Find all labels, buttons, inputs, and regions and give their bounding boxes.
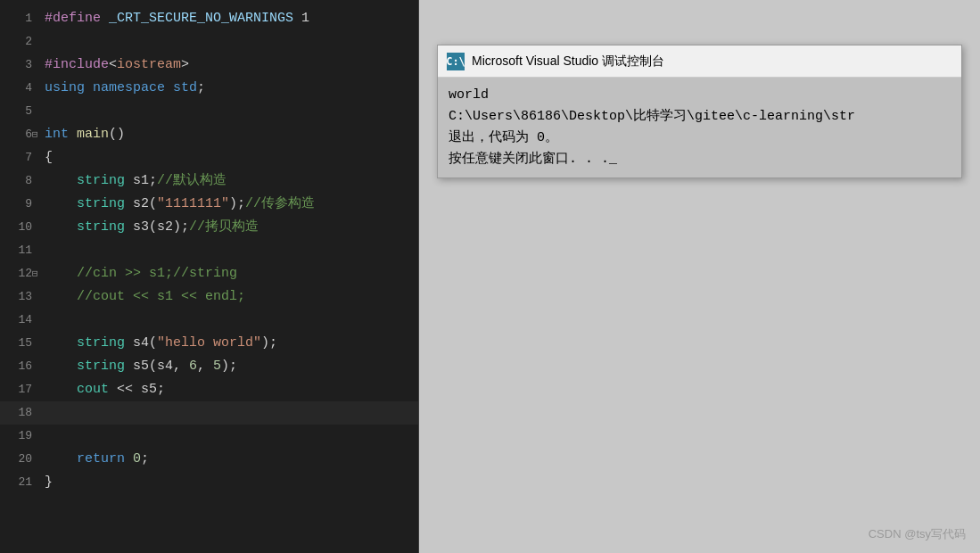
line-num-19: 19 — [0, 425, 39, 448]
code-editor: 1 #define _CRT_SECURE_NO_WARNINGS 1 2 3 … — [0, 0, 419, 553]
cin-comment: //cin >> s1;//string — [77, 262, 237, 285]
code-line-s1: 8 string s1;//默认构造 — [0, 169, 418, 193]
s1-comment: //默认构造 — [157, 169, 226, 193]
s4-semi: ); — [261, 332, 277, 355]
line-num-4: 4 — [0, 77, 39, 100]
code-line-s2: 9 string s2("1111111");//传参构造 — [0, 193, 418, 216]
int-kw: int — [45, 123, 77, 146]
close-brace: } — [45, 471, 53, 494]
console-title: Microsoft Visual Studio 调试控制台 — [472, 54, 664, 70]
std-kw: std — [173, 77, 197, 100]
main-parens: () — [109, 123, 125, 146]
code-line-empty-1: 2 — [0, 30, 418, 54]
code-line-main: 6 ⊟ int main() — [0, 123, 418, 146]
code-line-include: 3 #include<iostream> — [0, 54, 418, 77]
console-titlebar: C:\ Microsoft Visual Studio 调试控制台 — [438, 45, 961, 78]
code-line-empty-6: 19 — [0, 425, 418, 448]
cout-comment: //cout << s1 << endl; — [77, 285, 245, 309]
code-line-cout: 17 cout << s5; — [0, 378, 418, 401]
s5-num2: 5 — [213, 355, 221, 378]
console-window: C:\ Microsoft Visual Studio 调试控制台 world … — [437, 45, 962, 178]
s2-semi: ); — [229, 193, 245, 216]
line-num-5: 5 — [0, 100, 39, 123]
line-num-17: 17 — [0, 378, 39, 401]
line-num-7: 7 — [0, 146, 39, 169]
s3-type: string — [77, 216, 133, 239]
line-num-18: 18 — [0, 401, 39, 425]
line-num-8: 8 — [0, 169, 39, 193]
code-line-cin: 12 ⊟ //cin >> s1;//string — [0, 262, 418, 285]
s4-val: "hello world" — [157, 332, 261, 355]
return-kw: return — [77, 448, 133, 471]
code-line-using: 4 using namespace std; — [0, 77, 418, 100]
line-num-9: 9 — [0, 193, 39, 216]
s5-comma: , — [197, 355, 213, 378]
using-kw: using namespace — [45, 77, 173, 100]
main-func: main — [77, 123, 109, 146]
macro-name: _CRT_SECURE_NO_WARNINGS — [109, 7, 293, 30]
include-lt: < — [109, 54, 117, 77]
console-app-icon: C:\ — [447, 53, 465, 70]
code-line-empty-3: 11 — [0, 239, 418, 262]
code-line-s3: 10 string s3(s2);//拷贝构造 — [0, 216, 418, 239]
s3-code: s3(s2); — [133, 216, 189, 239]
code-line-open-brace: 7 { — [0, 146, 418, 169]
console-line-2: C:\Users\86186\Desktop\比特学习\gitee\c-lear… — [449, 106, 951, 128]
code-line-cout-comment: 13 //cout << s1 << endl; — [0, 285, 418, 309]
s4-type: string — [77, 332, 133, 355]
s5-semi: ); — [221, 355, 237, 378]
console-icon-text: C:\ — [446, 55, 465, 68]
s5-num1: 6 — [189, 355, 197, 378]
line-num-14: 14 — [0, 309, 39, 332]
code-line-return: 20 return 0; — [0, 448, 418, 471]
line-num-16: 16 — [0, 355, 39, 378]
cout-op: << s5; — [109, 378, 165, 401]
include-gt: > — [181, 54, 189, 77]
line-num-10: 10 — [0, 216, 39, 239]
s5-code: s5(s4, — [133, 355, 189, 378]
line-num-15: 15 — [0, 332, 39, 355]
line-num-1: 1 — [0, 7, 39, 30]
code-line-define: 1 #define _CRT_SECURE_NO_WARNINGS 1 — [0, 7, 418, 30]
s2-val: "1111111" — [157, 193, 229, 216]
console-line-3: 退出，代码为 0。 — [449, 128, 951, 149]
console-line-4: 按任意键关闭此窗口. . ._ — [449, 149, 951, 170]
preprocessor-hash: #define — [45, 7, 109, 30]
console-line-1: world — [449, 85, 951, 106]
line-num-20: 20 — [0, 448, 39, 471]
return-val: 0 — [133, 448, 141, 471]
line-num-11: 11 — [0, 239, 39, 262]
code-line-empty-2: 5 — [0, 100, 418, 123]
s2-comment: //传参构造 — [245, 193, 315, 216]
include-kw: #include — [45, 54, 109, 77]
s2-name: s2( — [133, 193, 157, 216]
code-line-empty-4: 14 — [0, 309, 418, 332]
collapse-main[interactable]: ⊟ — [32, 123, 38, 146]
line-num-21: 21 — [0, 471, 39, 494]
s1-name: s1; — [133, 169, 157, 193]
console-body: world C:\Users\86186\Desktop\比特学习\gitee\… — [438, 78, 961, 177]
s4-name: s4( — [133, 332, 157, 355]
collapse-cin[interactable]: ⊟ — [32, 262, 38, 285]
semi: ; — [197, 77, 205, 100]
s3-comment: //拷贝构造 — [189, 216, 259, 239]
line-num-3: 3 — [0, 54, 39, 77]
s2-type: string — [77, 193, 133, 216]
main-container: 1 #define _CRT_SECURE_NO_WARNINGS 1 2 3 … — [0, 0, 980, 553]
return-semi: ; — [141, 448, 149, 471]
line-num-2: 2 — [0, 30, 39, 54]
code-line-close-brace: 21 } — [0, 471, 418, 494]
watermark: CSDN @tsy写代码 — [869, 526, 966, 542]
code-area: 1 #define _CRT_SECURE_NO_WARNINGS 1 2 3 … — [0, 0, 418, 501]
open-brace: { — [45, 146, 53, 169]
cout-kw: cout — [77, 378, 109, 401]
line-num-13: 13 — [0, 285, 39, 309]
include-lib: iostream — [117, 54, 181, 77]
s5-type: string — [77, 355, 133, 378]
macro-val: 1 — [293, 7, 309, 30]
code-line-s4: 15 string s4("hello world"); — [0, 332, 418, 355]
code-line-empty-5: 18 — [0, 401, 418, 425]
code-line-s5: 16 string s5(s4, 6, 5); — [0, 355, 418, 378]
s1-type: string — [77, 169, 133, 193]
right-panel: C:\ Microsoft Visual Studio 调试控制台 world … — [419, 0, 980, 553]
